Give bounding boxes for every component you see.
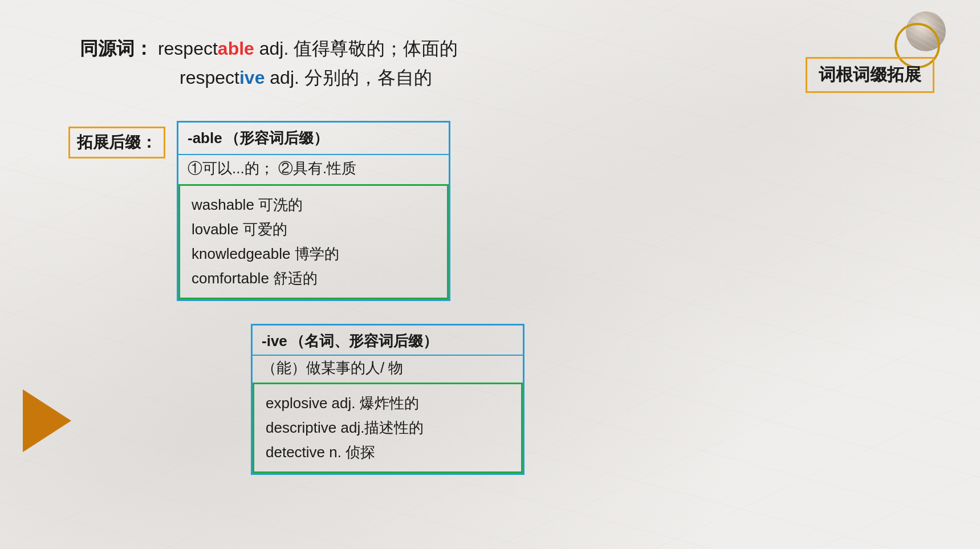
ive-description: （名词、形容词后缀） [290, 332, 438, 349]
able-description: （形容词后缀） [225, 129, 328, 147]
able-suffix-text: -able [188, 129, 222, 147]
ive-meaning: （能）做某事的人/ 物 [253, 356, 523, 383]
able-meaning1: ①可以...的； [188, 160, 274, 177]
synonyms-label: 同源词： [80, 38, 153, 59]
word2-highlight: ive [239, 67, 265, 88]
word2-meaning: 分别的，各自的 [304, 67, 432, 88]
able-suffix-section: 拓展后缀： -able （形容词后缀） ①可以...的； ②具有.性质 wash… [68, 121, 946, 301]
able-header: -able （形容词后缀） [178, 123, 449, 155]
ive-suffix-text: -ive [262, 332, 287, 349]
word1-meaning: 值得尊敬的；体面的 [294, 38, 458, 59]
arrow-decoration [23, 389, 71, 452]
suffix-section-label: 拓展后缀： [68, 127, 165, 158]
ive-words-box: explosive adj. 爆炸性的 descriptive adj.描述性的… [253, 383, 523, 473]
able-meanings: ①可以...的； ②具有.性质 [178, 155, 449, 184]
ive-word-2: descriptive adj.描述性的 [266, 416, 510, 440]
ive-header: -ive （名词、形容词后缀） [253, 326, 523, 356]
able-meaning2: ②具有.性质 [278, 160, 356, 177]
able-word-4: comfortable 舒适的 [192, 266, 436, 291]
word1-pos: adj. [259, 38, 294, 59]
able-word-3: knowledgeable 博学的 [192, 242, 436, 266]
able-word-2: lovable 可爱的 [192, 217, 436, 242]
able-word-1: washable 可洗的 [192, 193, 436, 217]
ive-word-1: explosive adj. 爆炸性的 [266, 391, 510, 416]
main-sections: 拓展后缀： -able （形容词后缀） ①可以...的； ②具有.性质 wash… [68, 121, 946, 474]
ive-word-3: detective n. 侦探 [266, 440, 510, 465]
ive-outer-box: -ive （名词、形容词后缀） （能）做某事的人/ 物 explosive ad… [251, 324, 524, 475]
able-outer-box: -able （形容词后缀） ①可以...的； ②具有.性质 washable 可… [177, 121, 450, 301]
word1-prefix: respect [158, 38, 218, 59]
word2-pos: adj. [270, 67, 304, 88]
able-words-box: washable 可洗的 lovable 可爱的 knowledgeable 博… [178, 184, 449, 299]
vocab-box: 词根词缀拓展 [806, 57, 934, 93]
word2-prefix: respect [180, 67, 239, 88]
vocab-box-container: 词根词缀拓展 [806, 57, 934, 93]
main-content: 同源词： respectable adj. 值得尊敬的；体面的 respecti… [0, 0, 980, 498]
ive-suffix-section: -ive （名词、形容词后缀） （能）做某事的人/ 物 explosive ad… [251, 324, 946, 475]
word1-highlight: able [218, 38, 254, 59]
